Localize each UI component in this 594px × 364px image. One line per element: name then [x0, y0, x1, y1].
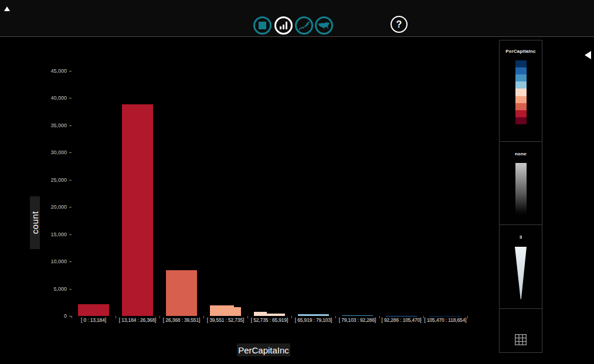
y-tick-mark — [69, 207, 72, 207]
collapse-top-icon[interactable] — [4, 6, 10, 11]
toolbar-divider — [0, 36, 594, 37]
x-tick-label: [ 65,919 : 79,103] — [291, 317, 337, 323]
y-tick-label: 25,000 — [33, 177, 67, 183]
y-tick-mark — [69, 125, 72, 126]
x-tick-label: [ 79,103 : 92,286] — [335, 317, 381, 323]
question-mark-icon: ? — [396, 19, 402, 30]
us-map-icon — [318, 21, 330, 30]
histogram-bar[interactable] — [254, 312, 285, 316]
y-tick-label: 0 — [33, 313, 67, 319]
x-tick-label: [ 92,286 : 105,470] — [379, 317, 425, 323]
colormap-swatch — [515, 89, 527, 96]
legend-sidebar: PerCapitaInc none 3 — [499, 40, 542, 353]
x-axis-title: PerCapitaInc — [237, 343, 290, 356]
y-tick-mark — [69, 71, 72, 72]
square-icon — [259, 22, 266, 29]
y-tick-label: 30,000 — [33, 149, 67, 155]
bar-segment — [267, 314, 285, 316]
histogram-bar[interactable] — [210, 305, 241, 316]
grid-icon — [515, 334, 527, 345]
colormap-swatch — [515, 103, 527, 110]
x-axis-title-text: PerCapitaInc — [238, 345, 289, 355]
x-tick-label: [ 39,551 : 52,735] — [203, 317, 249, 323]
scatter-icon — [298, 19, 310, 32]
y-tick-mark — [69, 180, 72, 181]
grayscale-ramp — [515, 163, 527, 216]
toolbar: ? — [0, 0, 594, 36]
help-button[interactable]: ? — [391, 16, 408, 33]
y-tick-label: 35,000 — [33, 123, 67, 128]
size-encoding-label: 3 — [520, 234, 522, 240]
scatter-view-button[interactable] — [295, 16, 313, 35]
y-tick-label: 5,000 — [33, 286, 67, 292]
bar-chart-icon — [280, 22, 288, 29]
colormap-swatch — [515, 81, 527, 89]
secondary-encoding-panel[interactable]: none — [499, 141, 542, 225]
histogram-bar[interactable] — [298, 314, 329, 316]
colormap-swatch — [515, 74, 527, 81]
bar-segment — [210, 305, 234, 316]
color-encoding-panel[interactable]: PerCapitaInc — [499, 40, 542, 142]
x-tick-label: [ 105,470 : 118,654] — [423, 317, 469, 323]
y-tick-label: 15,000 — [33, 232, 67, 237]
histogram-view-button[interactable] — [274, 16, 293, 35]
map-view-button[interactable] — [315, 16, 333, 35]
size-encoding-panel[interactable]: 3 — [499, 224, 542, 309]
x-tick-label: [ 52,735 : 65,919] — [247, 317, 293, 323]
y-tick-label: 10,000 — [33, 258, 67, 264]
grid-panel[interactable] — [499, 308, 542, 353]
y-tick-mark — [69, 152, 72, 153]
square-view-button[interactable] — [253, 16, 271, 35]
y-tick-label: 20,000 — [33, 204, 67, 210]
app-window: ? count 05,00010,00015,00020,00025,00030… — [0, 0, 594, 364]
colormap-swatch — [515, 110, 527, 117]
colormap-swatch — [515, 117, 527, 124]
rdbu-colormap — [515, 60, 527, 124]
secondary-encoding-label: none — [515, 151, 527, 157]
histogram-bar[interactable] — [166, 270, 197, 316]
y-tick-label: 40,000 — [33, 95, 67, 101]
size-wedge-icon — [515, 247, 527, 300]
x-tick-label: [ 0 : 13,184] — [71, 317, 117, 323]
colormap-swatch — [515, 96, 527, 103]
bar-segment — [234, 307, 241, 316]
histogram-bar[interactable] — [78, 304, 109, 316]
y-tick-label: 45,000 — [33, 68, 67, 74]
x-tick-label: [ 26,368 : 39,551] — [159, 317, 205, 323]
y-tick-mark — [69, 289, 72, 290]
histogram-bar[interactable] — [342, 315, 373, 316]
colormap-swatch — [515, 67, 527, 74]
y-tick-mark — [69, 234, 72, 235]
colormap-swatch — [515, 60, 527, 67]
x-tick-label: [ 13,184 : 26,368] — [115, 317, 161, 323]
bar-segment — [254, 312, 267, 316]
histogram-bar[interactable] — [122, 104, 153, 316]
collapse-sidebar-icon[interactable] — [585, 51, 591, 59]
y-tick-mark — [69, 98, 72, 98]
y-tick-mark — [69, 261, 72, 262]
color-encoding-label: PerCapitaInc — [505, 49, 535, 54]
